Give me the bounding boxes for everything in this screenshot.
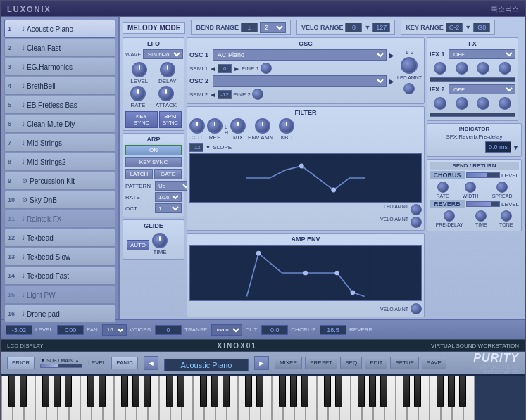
- filter-lfo-amnt-knob[interactable]: [411, 204, 422, 215]
- black-key[interactable]: [177, 376, 184, 407]
- preset-item-14[interactable]: 14♩Tekbead Fast: [4, 267, 115, 285]
- black-key[interactable]: [335, 376, 342, 407]
- black-key[interactable]: [358, 376, 365, 407]
- glide-auto-btn[interactable]: AUTO: [127, 240, 149, 250]
- black-key[interactable]: [437, 376, 444, 407]
- osc1-arrow[interactable]: ▶: [389, 51, 394, 59]
- ifx1-knob3[interactable]: [477, 62, 489, 75]
- preset-item-2[interactable]: 2♩Clean Fast: [4, 39, 115, 57]
- semi1-left-arrow[interactable]: ◄: [209, 65, 216, 72]
- reverb-predelay-knob[interactable]: [444, 210, 455, 222]
- osc-mix-knob[interactable]: [401, 57, 418, 74]
- preset-item-9[interactable]: 9⚙Percussion Kit: [4, 172, 115, 190]
- next-preset-btn[interactable]: ►: [254, 356, 269, 370]
- keyboard[interactable]: [1, 374, 525, 420]
- lfo-keysync-btn[interactable]: KEY SYNC: [125, 111, 158, 128]
- chorus-level-bar[interactable]: [466, 172, 500, 178]
- ifx2-knob1[interactable]: [434, 97, 446, 110]
- prev-preset-btn[interactable]: ◄: [144, 356, 158, 370]
- preset-item-12[interactable]: 12♩Tekbead: [4, 229, 115, 247]
- preset-item-10[interactable]: 10⚙Sky DnB: [4, 191, 115, 209]
- lfo-level-knob[interactable]: [132, 62, 147, 77]
- bend-range-select[interactable]: 24612: [260, 22, 286, 33]
- lfo-bpmsync-btn[interactable]: BPM SYNC: [159, 111, 182, 128]
- lfo-delay-knob[interactable]: [160, 62, 175, 77]
- black-key[interactable]: [324, 376, 331, 407]
- black-key[interactable]: [290, 376, 297, 407]
- filter-env-knob[interactable]: [255, 118, 270, 134]
- black-key[interactable]: [301, 376, 308, 407]
- black-key[interactable]: [223, 376, 230, 407]
- amp-velo-knob[interactable]: [411, 303, 422, 314]
- black-key[interactable]: [414, 376, 421, 407]
- black-key[interactable]: [65, 376, 72, 407]
- ifx2-select[interactable]: OFF Reverb Chorus: [449, 84, 515, 94]
- preset-item-8[interactable]: 8♩Mid Strings2: [4, 153, 115, 171]
- setup-btn[interactable]: SETUP: [390, 357, 419, 369]
- black-key[interactable]: [121, 376, 128, 407]
- mixer-btn[interactable]: MIXER: [275, 357, 302, 369]
- filter-cut-knob[interactable]: [189, 118, 205, 134]
- black-key[interactable]: [144, 376, 151, 407]
- black-key[interactable]: [245, 376, 252, 407]
- preset-item-15[interactable]: 15♩Light PW: [4, 286, 115, 304]
- black-key[interactable]: [279, 376, 286, 407]
- filter-kbd-knob[interactable]: [279, 118, 294, 134]
- preset-item-5[interactable]: 5♩EB.Fretless Bas: [4, 96, 115, 114]
- black-key[interactable]: [54, 376, 61, 407]
- ifx2-knob2[interactable]: [456, 97, 468, 110]
- chorus-width-knob[interactable]: [465, 182, 476, 193]
- filter-res-knob[interactable]: [207, 118, 223, 134]
- ifx2-knob3[interactable]: [477, 97, 489, 110]
- ifx1-knob2[interactable]: [456, 62, 468, 75]
- filter-slope-arrow[interactable]: ▼: [206, 144, 211, 151]
- black-key[interactable]: [380, 376, 387, 407]
- reverb-tone-knob[interactable]: [501, 210, 512, 222]
- black-key[interactable]: [99, 376, 106, 407]
- ifx1-select[interactable]: OFF Reverb Chorus: [449, 49, 515, 59]
- black-key[interactable]: [211, 376, 218, 407]
- level-slider[interactable]: [40, 364, 82, 368]
- black-key[interactable]: [403, 376, 410, 407]
- arp-latch-btn[interactable]: LATCH: [125, 169, 153, 179]
- osc-lfo-amnt-knob[interactable]: [403, 83, 415, 94]
- chorus-spread-knob[interactable]: [496, 182, 508, 193]
- black-key[interactable]: [256, 376, 263, 407]
- save-btn[interactable]: SAVE: [422, 357, 446, 369]
- preset-item-3[interactable]: 3♩EG.Harmonics: [4, 58, 115, 76]
- semi2-left-arrow[interactable]: ◄: [209, 91, 216, 98]
- glide-time-knob[interactable]: [152, 233, 168, 248]
- semi1-right-arrow[interactable]: ►: [233, 65, 240, 72]
- ifx1-knob4[interactable]: [499, 62, 511, 75]
- reverb-level-bar[interactable]: [466, 201, 500, 207]
- black-key[interactable]: [132, 376, 139, 407]
- black-key[interactable]: [448, 376, 455, 407]
- fine1-knob[interactable]: [261, 63, 272, 74]
- osc2-select[interactable]: [213, 75, 387, 87]
- arp-oct-select[interactable]: 1234: [155, 203, 182, 213]
- preset-item-13[interactable]: 13♩Tekbead Slow: [4, 248, 115, 266]
- edit-btn[interactable]: EDIT: [365, 357, 387, 369]
- fine2-knob[interactable]: [252, 89, 263, 100]
- osc1-select[interactable]: AC Piano: [213, 49, 387, 61]
- black-key[interactable]: [20, 376, 27, 407]
- preset-btn[interactable]: PRESET: [305, 357, 337, 369]
- ifx1-knob1[interactable]: [434, 62, 446, 75]
- preset-item-6[interactable]: 6♩Clean Mute Dly: [4, 115, 115, 133]
- black-key[interactable]: [200, 376, 207, 407]
- panic-btn[interactable]: PANIC: [111, 357, 138, 369]
- preset-item-4[interactable]: 4♩BrethBell: [4, 77, 115, 95]
- lfo-wave-select[interactable]: SIN hi-lo SQR SAW RND: [143, 49, 183, 59]
- filter-mix-knob[interactable]: [230, 118, 246, 134]
- black-key[interactable]: [87, 376, 94, 407]
- black-key[interactable]: [8, 376, 15, 407]
- out-select[interactable]: main: [211, 324, 242, 336]
- seq-btn[interactable]: SEQ: [340, 357, 362, 369]
- voices-select[interactable]: 16832: [102, 324, 127, 336]
- black-key[interactable]: [459, 376, 466, 407]
- prior-btn[interactable]: PRIOR: [7, 357, 35, 369]
- indicator-arrow[interactable]: ▼: [513, 144, 519, 151]
- preset-item-1[interactable]: 1♩Acoustic Piano: [4, 20, 115, 38]
- preset-item-7[interactable]: 7♩Mid Strings: [4, 134, 115, 152]
- arp-gate-btn[interactable]: GATE: [154, 169, 182, 179]
